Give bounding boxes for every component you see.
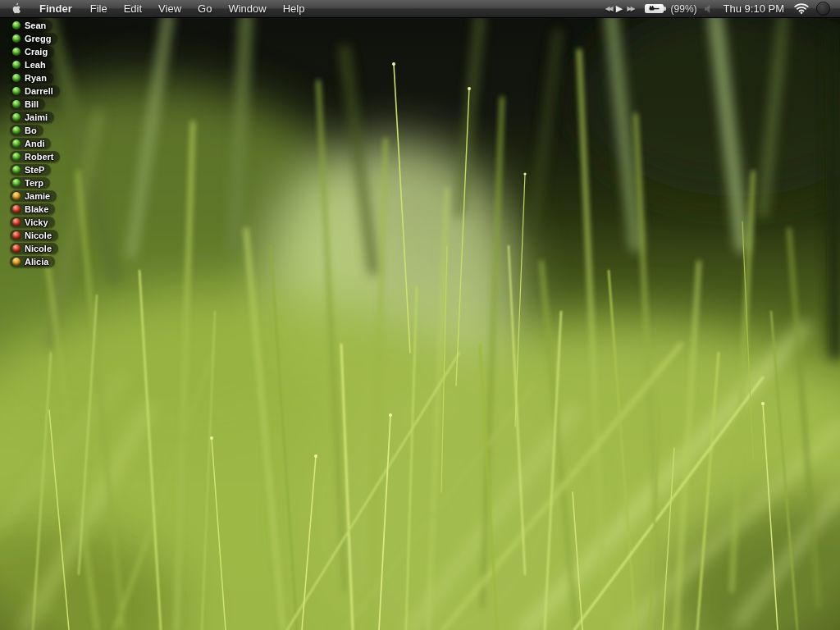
buddy-row-jamie[interactable]: Jamie (10, 190, 57, 202)
status-orb-available (12, 87, 21, 95)
menu-extra-orb-icon[interactable] (816, 2, 830, 16)
status-orb-available (12, 126, 21, 135)
menu-help[interactable]: Help (275, 0, 313, 18)
buddy-name-label: Jaimi (25, 112, 48, 123)
buddy-name-label: Robert (25, 151, 53, 162)
status-orb-away (12, 231, 21, 240)
status-orb-available (12, 139, 21, 148)
buddy-row-leah[interactable]: Leah (10, 59, 52, 71)
fast-forward-icon[interactable]: ▶▶ (627, 5, 633, 12)
buddy-name-label: Bo (25, 125, 37, 136)
menu-finder[interactable]: Finder (31, 0, 82, 18)
buddy-name-label: Andi (25, 138, 44, 149)
status-orb-available (12, 34, 21, 43)
menu-edit[interactable]: Edit (116, 0, 150, 18)
menu-item-list: FinderFileEditViewGoWindowHelp (31, 0, 313, 18)
status-orb-available (12, 166, 21, 174)
status-orb-away (12, 218, 21, 226)
status-orb-available (12, 61, 21, 69)
playback-controls[interactable]: ◀◀ ▶ ▶▶ (605, 3, 633, 14)
buddy-row-blake[interactable]: Blake (10, 203, 55, 215)
menu-file[interactable]: File (82, 0, 116, 18)
buddy-row-step[interactable]: SteP (10, 164, 51, 176)
buddy-row-darrell[interactable]: Darrell (10, 85, 60, 97)
buddy-name-label: Blake (25, 203, 48, 215)
status-orb-available (12, 100, 21, 108)
buddy-name-label: Vicky (25, 217, 48, 228)
wifi-icon[interactable] (794, 3, 809, 14)
buddy-name-label: Alicia (25, 256, 48, 267)
buddy-name-label: SteP (25, 164, 44, 176)
buddy-name-label: Darrell (25, 85, 53, 97)
status-orb-available (12, 48, 21, 56)
buddy-row-jaimi[interactable]: Jaimi (10, 112, 54, 123)
apple-logo-icon (11, 2, 21, 15)
status-orb-available (12, 113, 21, 121)
buddy-name-label: Sean (25, 20, 46, 31)
buddy-name-label: Craig (25, 46, 48, 57)
status-orb-available (12, 179, 21, 187)
buddy-row-andi[interactable]: Andi (10, 138, 51, 149)
status-orb-available (12, 21, 21, 30)
buddy-name-label: Jamie (25, 190, 50, 202)
menu-go[interactable]: Go (189, 0, 220, 18)
buddy-name-label: Terp (25, 177, 43, 189)
status-orb-available (12, 153, 21, 161)
buddy-list: SeanGreggCraigLeahRyanDarrellBillJaimiBo… (10, 19, 60, 268)
status-orb-away-idle-note (12, 258, 21, 266)
buddy-row-nicole[interactable]: Nicole (10, 230, 58, 241)
play-icon[interactable]: ▶ (616, 3, 623, 14)
status-orb-away (12, 205, 21, 213)
buddy-row-gregg[interactable]: Gregg (10, 33, 57, 44)
status-orb-available (12, 74, 21, 82)
menu-bar: FinderFileEditViewGoWindowHelp ◀◀ ▶ ▶▶ (… (0, 0, 840, 18)
buddy-row-alicia[interactable]: Alicia (10, 256, 55, 267)
buddy-name-label: Gregg (25, 33, 51, 44)
apple-menu[interactable] (0, 0, 31, 18)
menu-view[interactable]: View (150, 0, 189, 18)
status-orb-idle (12, 192, 21, 200)
menu-window[interactable]: Window (220, 0, 274, 18)
buddy-name-label: Nicole (25, 243, 52, 254)
volume-muted-icon[interactable] (705, 5, 714, 13)
buddy-name-label: Leah (25, 59, 46, 71)
battery-percent-label[interactable]: (99%) (671, 3, 697, 15)
buddy-row-nicole[interactable]: Nicole (10, 243, 58, 254)
status-orb-away (12, 244, 21, 253)
buddy-row-bo[interactable]: Bo (10, 125, 43, 136)
buddy-name-label: Bill (25, 98, 39, 110)
buddy-name-label: Ryan (25, 72, 47, 84)
buddy-row-terp[interactable]: Terp (10, 177, 50, 189)
buddy-name-label: Nicole (25, 230, 52, 241)
buddy-row-ryan[interactable]: Ryan (10, 72, 53, 84)
battery-charging-icon[interactable] (645, 4, 664, 13)
menu-bar-clock[interactable]: Thu 9:10 PM (721, 2, 787, 15)
buddy-row-vicky[interactable]: Vicky (10, 217, 55, 228)
buddy-row-sean[interactable]: Sean (10, 20, 52, 31)
buddy-row-robert[interactable]: Robert (10, 151, 60, 162)
rewind-icon[interactable]: ◀◀ (605, 5, 611, 12)
wallpaper-grass-photo (0, 0, 840, 630)
menu-extras: ◀◀ ▶ ▶▶ (99%) Thu 9:10 PM (605, 0, 840, 18)
buddy-row-bill[interactable]: Bill (10, 98, 45, 110)
buddy-row-craig[interactable]: Craig (10, 46, 54, 57)
